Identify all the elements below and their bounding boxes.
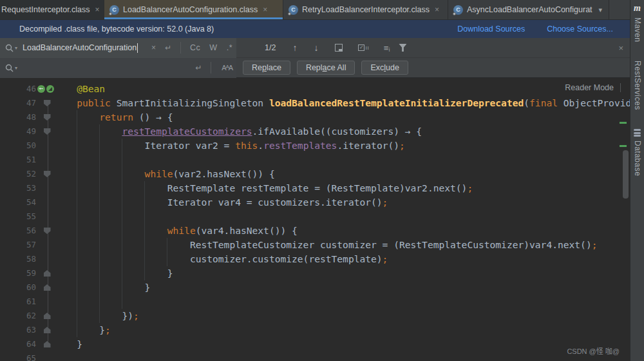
code-line[interactable]: 49 restTemplateCustomizers.ifAvailable((… xyxy=(0,124,630,139)
replace-history-chevron-icon[interactable]: ▾ xyxy=(15,65,17,71)
fold-end-icon[interactable] xyxy=(44,270,51,277)
clear-search-icon[interactable]: × xyxy=(151,43,156,52)
preserve-case-icon[interactable]: AᴬA xyxy=(222,64,232,72)
replace-input[interactable]: ▾ ↵ AᴬA xyxy=(0,58,236,78)
change-marker[interactable] xyxy=(620,145,627,147)
line-number[interactable]: 47 xyxy=(0,96,40,110)
line-number[interactable]: 49 xyxy=(0,124,40,139)
fold-end-icon[interactable] xyxy=(44,341,51,347)
newline-icon[interactable]: ↵ xyxy=(165,43,171,52)
replace-field-icon[interactable]: ▾ xyxy=(5,64,17,72)
download-sources-link[interactable]: Download Sources xyxy=(457,24,525,34)
fold-end-icon[interactable] xyxy=(44,313,51,319)
decompiler-notification-banner: Decompiled .class file, bytecode version… xyxy=(0,20,630,38)
choose-sources-link[interactable]: Choose Sources... xyxy=(547,24,613,34)
code-line[interactable]: 64 } xyxy=(0,337,630,351)
fold-start-icon[interactable] xyxy=(44,228,51,234)
close-find-bar-icon[interactable]: × xyxy=(618,43,623,53)
spring-bean-icon[interactable] xyxy=(46,85,54,93)
fold-start-icon[interactable] xyxy=(44,128,51,135)
change-marker[interactable] xyxy=(620,122,627,124)
line-number[interactable]: 64 xyxy=(0,337,40,351)
line-number[interactable]: 63 xyxy=(0,323,40,337)
close-icon[interactable]: × xyxy=(435,5,439,14)
fold-start-icon[interactable] xyxy=(44,100,51,106)
line-number[interactable]: 60 xyxy=(0,280,40,295)
code-line[interactable]: 53 RestTemplate restTemplate = (RestTemp… xyxy=(0,181,630,195)
line-number[interactable]: 65 xyxy=(0,351,40,361)
line-number[interactable]: 46 xyxy=(0,82,40,96)
code-line[interactable]: 63 }; xyxy=(0,323,630,337)
line-number[interactable]: 48 xyxy=(0,110,40,124)
close-icon[interactable]: × xyxy=(95,5,100,14)
reader-mode-toggle[interactable]: Reader Mode xyxy=(565,83,621,92)
chevron-down-icon[interactable]: ▾ xyxy=(599,6,603,14)
line-number[interactable]: 59 xyxy=(0,266,40,280)
code-line[interactable]: 65 xyxy=(0,351,630,361)
line-number[interactable]: 51 xyxy=(0,153,40,167)
code-line[interactable]: 57 RestTemplateCustomizer customizer = (… xyxy=(0,238,630,252)
tool-stripe-maven[interactable]: Maven xyxy=(633,17,642,43)
tab-request-interceptor[interactable]: RequestInterceptor.class × xyxy=(0,0,104,19)
tab-retry-loadbalancer-interceptor[interactable]: C RetryLoadBalancerInterceptor.class × xyxy=(283,0,448,19)
next-occurrence-icon[interactable]: ↓ xyxy=(314,43,318,53)
line-number[interactable]: 61 xyxy=(0,295,40,309)
filter-search-results-icon[interactable]: ≡ᵢ xyxy=(384,43,390,53)
search-icon[interactable]: ▾ xyxy=(5,44,17,52)
code-line[interactable]: 48 return () → { xyxy=(0,110,630,124)
previous-occurrence-icon[interactable]: ↑ xyxy=(292,43,297,53)
code-line[interactable]: 61 xyxy=(0,295,630,309)
code-line[interactable]: 62 }); xyxy=(0,309,630,323)
code-line[interactable]: 47 public SmartInitializingSingleton loa… xyxy=(0,96,630,110)
tab-loadbalancer-autoconfiguration[interactable]: C LoadBalancerAutoConfiguration.class × xyxy=(104,0,283,19)
maven-icon[interactable]: m xyxy=(634,4,641,13)
replace-all-button[interactable]: Replace All xyxy=(297,61,355,75)
regex-toggle[interactable]: .* xyxy=(227,43,232,52)
divider xyxy=(180,42,181,54)
line-number[interactable]: 54 xyxy=(0,195,40,210)
fold-end-icon[interactable] xyxy=(44,327,51,333)
line-number[interactable]: 52 xyxy=(0,167,40,181)
fold-end-icon[interactable] xyxy=(44,284,51,291)
search-history-chevron-icon[interactable]: ▾ xyxy=(15,45,17,51)
fold-start-icon[interactable] xyxy=(44,171,51,177)
gutter-cell xyxy=(40,124,54,139)
tool-stripe-restservices[interactable]: RestServices xyxy=(633,61,642,110)
code-line[interactable]: 46 @Bean xyxy=(0,82,630,96)
code-line[interactable]: 52 while(var2.hasNext()) { xyxy=(0,167,630,181)
code-line[interactable]: 55 xyxy=(0,210,630,224)
code-line[interactable]: 58 customizer.customize(restTemplate); xyxy=(0,252,630,266)
line-number[interactable]: 58 xyxy=(0,252,40,266)
code-line[interactable]: 59 } xyxy=(0,266,630,280)
code-line[interactable]: 50 Iterator var2 = this.restTemplates.it… xyxy=(0,139,630,153)
replace-button[interactable]: Replace xyxy=(243,61,290,75)
line-number[interactable]: 57 xyxy=(0,238,40,252)
exclude-button[interactable]: Exclude xyxy=(361,61,408,75)
line-number[interactable]: 56 xyxy=(0,224,40,238)
line-number[interactable]: 53 xyxy=(0,181,40,195)
tool-stripe-database[interactable]: Database xyxy=(633,141,642,176)
vertical-scrollbar[interactable] xyxy=(623,150,629,199)
whole-words-toggle[interactable]: W xyxy=(209,43,217,52)
line-number[interactable]: 62 xyxy=(0,309,40,323)
code-line[interactable]: 51 xyxy=(0,153,630,167)
database-icon[interactable] xyxy=(634,129,641,137)
code-line[interactable]: 54 Iterator var4 = customizers.iterator(… xyxy=(0,195,630,210)
funnel-filter-icon[interactable] xyxy=(399,44,406,52)
tab-async-loadbalancer-autoconfiguration[interactable]: C AsyncLoadBalancerAutoConfigurat ▾ xyxy=(448,0,609,19)
close-icon[interactable]: × xyxy=(263,5,267,14)
match-case-toggle[interactable]: Cc xyxy=(190,43,200,52)
fold-start-icon[interactable] xyxy=(44,114,51,121)
line-number[interactable]: 55 xyxy=(0,210,40,224)
search-input[interactable]: ▾ LoadBalancerAutoConfiguration × ↵ Cc W… xyxy=(0,38,236,58)
open-in-find-window-icon[interactable] xyxy=(335,44,343,52)
gutter-cell xyxy=(40,238,54,252)
gutter-cell xyxy=(40,82,54,96)
line-number[interactable]: 50 xyxy=(0,139,40,153)
select-all-occurrences-icon[interactable]: ✓II xyxy=(358,44,369,51)
code-line[interactable]: 56 while(var4.hasNext()) { xyxy=(0,224,630,238)
code-editor[interactable]: 46 @Bean47 public SmartInitializingSingl… xyxy=(0,78,630,361)
newline-icon[interactable]: ↵ xyxy=(195,63,202,72)
code-line[interactable]: 60 } xyxy=(0,280,630,295)
spring-bean-nav-icon[interactable] xyxy=(37,85,45,93)
